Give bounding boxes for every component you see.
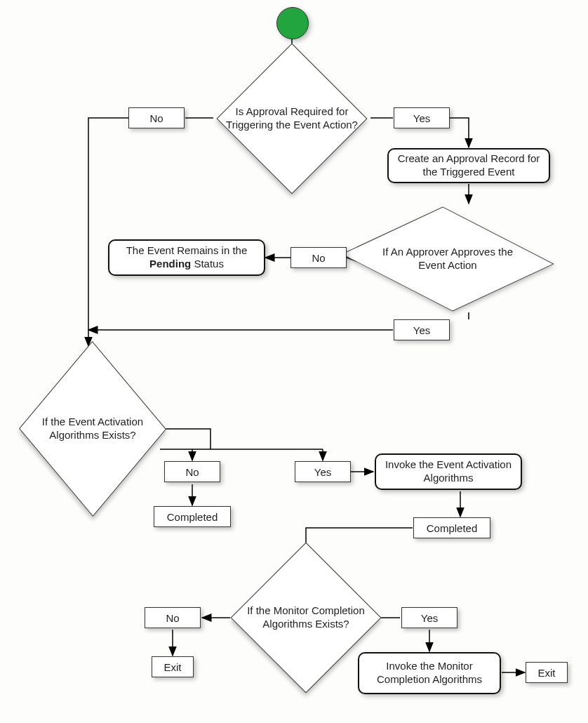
decision-approver-approves-text: If An Approver Approves the Event Action bbox=[368, 246, 528, 272]
flowchart-canvas: Is Approval Required for Triggering the … bbox=[0, 0, 588, 723]
branch-no-monitor: No bbox=[145, 607, 201, 628]
yes-label: Yes bbox=[413, 112, 430, 124]
branch-no-approval: No bbox=[128, 107, 185, 128]
decision-approver-approves: If An Approver Approves the Event Action bbox=[341, 207, 554, 312]
process-create-approval-text: Create an Approval Record for the Trigge… bbox=[393, 152, 544, 179]
no-label: No bbox=[149, 112, 163, 124]
state-exit-left: Exit bbox=[152, 656, 194, 677]
branch-yes-monitor: Yes bbox=[401, 607, 457, 628]
process-event-pending: The Event Remains in the Pending Status bbox=[108, 239, 265, 276]
yes-label-4: Yes bbox=[421, 612, 438, 624]
process-event-pending-text: The Event Remains in the Pending Status bbox=[114, 244, 260, 271]
branch-no-activation: No bbox=[164, 461, 220, 482]
decision-activation-exists: If the Event Activation Algorithms Exist… bbox=[19, 341, 166, 517]
branch-yes-approval: Yes bbox=[394, 107, 450, 128]
state-completed-left: Completed bbox=[154, 506, 231, 527]
state-exit-right: Exit bbox=[526, 662, 568, 683]
no-label-2: No bbox=[312, 252, 325, 264]
branch-yes-activation: Yes bbox=[295, 461, 351, 482]
no-label-4: No bbox=[166, 612, 179, 624]
exit-label-2: Exit bbox=[537, 667, 555, 679]
exit-label-1: Exit bbox=[163, 661, 181, 673]
yes-label-2: Yes bbox=[413, 324, 430, 336]
branch-no-approver: No bbox=[290, 247, 347, 268]
branch-yes-approver: Yes bbox=[394, 319, 450, 340]
yes-label-3: Yes bbox=[314, 466, 331, 478]
decision-activation-exists-text: If the Event Activation Algorithms Exist… bbox=[19, 416, 166, 442]
start-node bbox=[276, 7, 309, 39]
decision-approval-required: Is Approval Required for Triggering the … bbox=[217, 44, 368, 194]
no-label-3: No bbox=[185, 466, 199, 478]
process-invoke-monitor-text: Invoke the Monitor Completion Algorithms bbox=[363, 660, 495, 686]
decision-monitor-exists-text: If the Monitor Completion Algorithms Exi… bbox=[232, 604, 380, 631]
process-invoke-activation: Invoke the Event Activation Algorithms bbox=[375, 453, 522, 490]
completed-label-1: Completed bbox=[167, 511, 218, 523]
process-invoke-activation-text: Invoke the Event Activation Algorithms bbox=[380, 458, 516, 485]
process-create-approval: Create an Approval Record for the Trigge… bbox=[387, 148, 550, 183]
decision-approval-required-text: Is Approval Required for Triggering the … bbox=[218, 105, 366, 132]
state-completed-right: Completed bbox=[413, 517, 490, 538]
process-invoke-monitor: Invoke the Monitor Completion Algorithms bbox=[358, 652, 501, 694]
completed-label-2: Completed bbox=[427, 522, 478, 534]
